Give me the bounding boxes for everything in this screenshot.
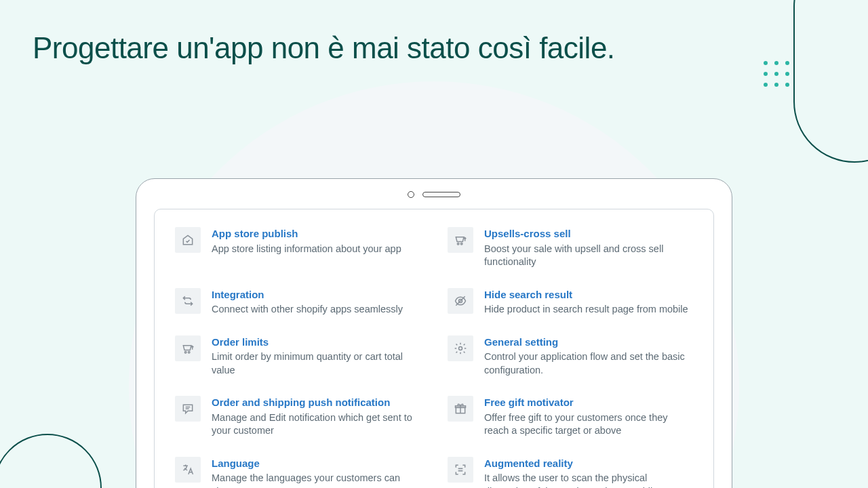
svg-point-3 bbox=[184, 351, 186, 353]
svg-point-4 bbox=[188, 351, 190, 353]
gift-icon bbox=[448, 396, 473, 422]
feature-augmented-reality[interactable]: Augmented reality It allows the user to … bbox=[448, 457, 693, 488]
feature-desc: Hide product in search result page from … bbox=[484, 303, 693, 317]
svg-rect-8 bbox=[458, 468, 463, 469]
decorative-dots bbox=[764, 61, 789, 87]
decorative-oval-top bbox=[793, 0, 868, 163]
tablet-camera bbox=[408, 191, 414, 198]
message-icon bbox=[175, 396, 201, 422]
translate-icon bbox=[175, 457, 201, 483]
eye-off-icon bbox=[448, 288, 473, 314]
feature-desc: Connect with other shopify apps seamless… bbox=[212, 303, 420, 317]
features-grid: App store publish App store listing info… bbox=[175, 227, 693, 488]
feature-desc: Manage the languages your customers can … bbox=[212, 472, 420, 488]
svg-point-0 bbox=[457, 243, 459, 245]
tablet-speaker bbox=[422, 192, 460, 197]
gear-icon bbox=[448, 336, 473, 361]
feature-title: Order and shipping push notification bbox=[212, 396, 420, 409]
svg-point-1 bbox=[460, 243, 462, 245]
decorative-circle-bottom bbox=[0, 434, 102, 488]
feature-desc: Manage and Edit notification which get s… bbox=[212, 411, 420, 438]
feature-desc: Offer free gift to your customers once t… bbox=[484, 411, 693, 438]
home-check-icon bbox=[175, 227, 201, 253]
page-heading: Progettare un'app non è mai stato così f… bbox=[33, 31, 615, 65]
feature-integration[interactable]: Integration Connect with other shopify a… bbox=[175, 288, 420, 317]
cart-up-icon bbox=[448, 227, 473, 253]
svg-point-5 bbox=[459, 346, 462, 350]
feature-desc: App store listing information about your… bbox=[212, 243, 420, 256]
tablet-frame: App store publish App store listing info… bbox=[136, 178, 732, 488]
feature-title: Integration bbox=[212, 288, 420, 302]
feature-title: Free gift motivator bbox=[484, 396, 693, 409]
feature-desc: Control your application flow and set th… bbox=[484, 350, 693, 377]
feature-desc: Limit order by minimum quantity or cart … bbox=[212, 350, 420, 377]
feature-free-gift-motivator[interactable]: Free gift motivator Offer free gift to y… bbox=[448, 396, 693, 438]
feature-title: Language bbox=[212, 457, 420, 470]
svg-rect-9 bbox=[458, 470, 463, 472]
feature-title: Order limits bbox=[212, 336, 420, 349]
feature-upsells-cross-sell[interactable]: Upsells-cross sell Boost your sale with … bbox=[448, 227, 693, 269]
feature-title: Hide search result bbox=[484, 288, 693, 302]
feature-title: Upsells-cross sell bbox=[484, 227, 693, 241]
scan-icon bbox=[448, 457, 473, 483]
feature-title: App store publish bbox=[212, 227, 420, 241]
feature-app-store-publish[interactable]: App store publish App store listing info… bbox=[175, 227, 420, 269]
feature-push-notification[interactable]: Order and shipping push notification Man… bbox=[175, 396, 420, 438]
feature-title: Augmented reality bbox=[484, 457, 693, 470]
feature-desc: It allows the user to scan the physical … bbox=[484, 472, 693, 488]
feature-general-setting[interactable]: General setting Control your application… bbox=[448, 336, 693, 378]
tablet-hardware bbox=[408, 191, 460, 198]
feature-order-limits[interactable]: Order limits Limit order by minimum quan… bbox=[175, 336, 420, 378]
arrows-icon bbox=[175, 288, 201, 314]
feature-hide-search-result[interactable]: Hide search result Hide product in searc… bbox=[448, 288, 693, 317]
tablet-screen: App store publish App store listing info… bbox=[154, 209, 714, 488]
feature-language[interactable]: Language Manage the languages your custo… bbox=[175, 457, 420, 488]
cart-up-icon bbox=[175, 336, 201, 361]
feature-desc: Boost your sale with upsell and cross se… bbox=[484, 243, 693, 269]
feature-title: General setting bbox=[484, 336, 693, 349]
